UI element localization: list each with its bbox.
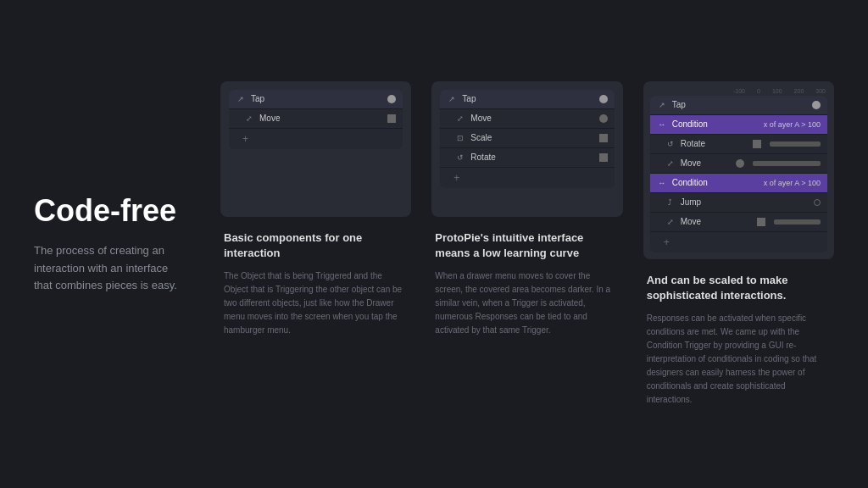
ui-card-1: ↗ Tap ⤢ Move + [220,81,411,217]
jump-label: Jump [681,197,743,207]
column-2: ↗ Tap ⤢ Move ⊡ Scale ↺ [431,81,622,337]
scale-row: ⊡ Scale [440,129,614,148]
tap-icon-2: ↗ [447,94,457,104]
rotate-control-2 [599,153,608,162]
condition-row-2: ↔ Condition x of ayer A > 100 [650,174,827,193]
condition-label-2: Condition [672,178,759,187]
move-bar-1 [753,161,821,166]
col-desc-1: Basic components for one interaction The… [220,230,411,337]
interaction-panel-1: ↗ Tap ⤢ Move + [229,90,403,149]
add-row-1[interactable]: + [229,129,403,149]
col-body-2: When a drawer menu moves to cover the sc… [435,269,619,337]
col-body-3: Responses can be activated when specific… [647,312,831,407]
move-control-3 [736,159,744,168]
condition-text-2: x of ayer A > 100 [764,179,821,187]
hero-title: Code-free [34,193,186,229]
rotate-control-3 [753,140,761,148]
add-icon-3[interactable]: + [664,236,670,248]
tap-control-2 [599,95,608,103]
add-row-3[interactable]: + [650,232,827,252]
col-title-3: And can be scaled to make sophisticated … [647,273,831,303]
jump-dot [814,199,821,206]
rotate-row-2: ↺ Rotate [440,148,614,168]
move-label-3: Move [681,158,731,168]
condition-row-1: ↔ Condition x of ayer A > 100 [650,115,827,135]
move-control [387,114,396,123]
columns-section: ↗ Tap ⤢ Move + Bas [220,81,834,407]
move-row-2: ⤢ Move [440,109,614,129]
move-icon-4: ⤢ [665,217,676,227]
interaction-panel-2: ↗ Tap ⤢ Move ⊡ Scale ↺ [440,90,614,188]
rotate-label-3: Rotate [681,139,748,148]
move-label: Move [259,114,382,123]
tap-row-2: ↗ Tap [440,90,614,109]
col-title-2: ProtoPie's intuitive interface means a l… [435,230,619,261]
tap-control-3 [812,101,821,109]
jump-icon: ⤴ [665,197,676,208]
col-desc-3: And can be scaled to make sophisticated … [643,273,834,407]
col-body-1: The Object that is being Triggered and t… [224,269,408,337]
move-label-4: Move [681,217,752,226]
tap-label-3: Tap [672,100,807,109]
move-row-3: ⤢ Move [650,154,827,174]
hero-description: The process of creating an interaction w… [34,242,186,295]
ruler-label-200: 200 [794,88,804,94]
condition-text-1: x of ayer A > 100 [764,120,821,129]
move-bar-2 [774,219,821,225]
column-3: -100 0 100 200 300 ↗ Tap [643,81,834,407]
tap-row: ↗ Tap [229,90,403,109]
move-icon-2: ⤢ [455,114,465,124]
tap-icon: ↗ [236,94,246,104]
ruler-label-300: 300 [815,88,826,94]
move-row-4: ⤢ Move [650,213,827,232]
move-label-2: Move [470,114,593,123]
jump-row: ⤴ Jump [650,193,827,213]
condition-label-1: Condition [672,119,759,129]
move-control-2 [599,114,608,123]
ui-card-3: -100 0 100 200 300 ↗ Tap [643,81,834,259]
scale-label: Scale [470,133,593,142]
tap-label-2: Tap [462,94,593,103]
ruler-label-0: 0 [757,88,760,94]
rotate-row-3: ↺ Rotate [650,135,827,154]
main-container: Code-free The process of creating an int… [0,0,868,488]
left-section: Code-free The process of creating an int… [34,193,203,295]
move-icon: ⤢ [244,114,254,124]
condition-icon-2: ↔ [657,178,667,188]
add-row-2[interactable]: + [440,168,614,188]
col-title-1: Basic components for one interaction [224,230,408,261]
rotate-label-2: Rotate [470,152,593,162]
column-1: ↗ Tap ⤢ Move + Bas [220,81,411,337]
condition-icon-1: ↔ [657,119,667,130]
rotate-icon-3: ↺ [665,139,676,149]
move-row-1: ⤢ Move [229,109,403,129]
tap-icon-3: ↗ [657,100,667,110]
interaction-panel-3: ↗ Tap ↔ Condition x of ayer A > 100 ↺ Ro… [650,96,827,252]
add-icon-2[interactable]: + [453,172,459,184]
ruler-label-100: 100 [772,88,782,94]
move-icon-3: ⤢ [665,158,676,169]
col-desc-2: ProtoPie's intuitive interface means a l… [431,230,622,337]
tap-label: Tap [251,94,382,103]
rotate-bar [770,141,821,147]
tap-control [387,95,396,103]
ui-card-2: ↗ Tap ⤢ Move ⊡ Scale ↺ [431,81,622,217]
add-icon[interactable]: + [242,133,248,145]
tap-row-3: ↗ Tap [650,96,827,115]
scale-control [599,134,608,142]
move-control-4 [757,218,765,226]
rotate-icon-2: ↺ [455,152,465,163]
ruler-label-neg100: -100 [733,88,745,94]
scale-icon: ⊡ [455,133,465,143]
